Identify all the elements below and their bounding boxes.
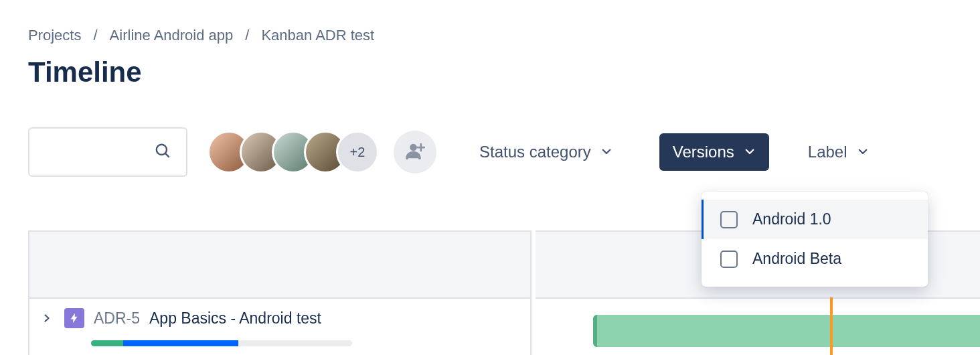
avatar-group: +2 [208,131,379,173]
epic-icon [64,308,84,328]
checkbox[interactable] [720,211,738,228]
breadcrumb: Projects / Airline Android app / Kanban … [28,27,952,44]
chevron-down-icon [600,143,612,161]
svg-line-1 [165,153,169,157]
expand-toggle[interactable] [39,310,55,326]
svg-point-0 [157,145,167,155]
search-icon [154,142,171,162]
versions-dropdown: Android 1.0 Android Beta [702,192,928,287]
dropdown-item[interactable]: Android 1.0 [702,200,928,239]
versions-filter[interactable]: Versions [659,133,769,171]
breadcrumb-sep: / [245,27,249,44]
issue-row[interactable]: ADR-5 App Basics - Android test [29,299,530,328]
search-input[interactable] [28,127,187,177]
label-filter[interactable]: Label [795,133,882,171]
timeline-issues-panel: ADR-5 App Basics - Android test [28,230,532,355]
add-user-button[interactable] [394,131,436,173]
status-category-filter[interactable]: Status category [466,133,626,171]
issue-title[interactable]: App Basics - Android test [149,309,321,328]
dropdown-item-label: Android Beta [752,250,841,268]
filter-label: Versions [673,143,734,161]
breadcrumb-board[interactable]: Kanban ADR test [261,27,374,44]
progress-in-progress [123,340,238,346]
avatar-overflow[interactable]: +2 [336,131,379,173]
issue-key[interactable]: ADR-5 [94,309,140,328]
filter-label: Status category [479,143,591,161]
checkbox[interactable] [720,251,738,268]
chevron-down-icon [857,143,869,161]
svg-point-2 [410,144,417,151]
progress-done [91,340,123,346]
chevron-down-icon [744,143,756,161]
dropdown-item-label: Android 1.0 [752,210,831,228]
toolbar: +2 Status category Versions [28,127,952,177]
breadcrumb-project[interactable]: Airline Android app [110,27,234,44]
timeline-left-header [29,232,530,299]
breadcrumb-projects[interactable]: Projects [28,27,81,44]
filter-label: Label [808,143,847,161]
dropdown-item[interactable]: Android Beta [702,239,928,279]
epic-bar[interactable] [593,315,980,347]
breadcrumb-sep: / [93,27,97,44]
page-title: Timeline [28,56,952,88]
release-marker[interactable] [830,297,833,355]
issue-progress [91,340,352,346]
add-user-icon [405,141,425,163]
